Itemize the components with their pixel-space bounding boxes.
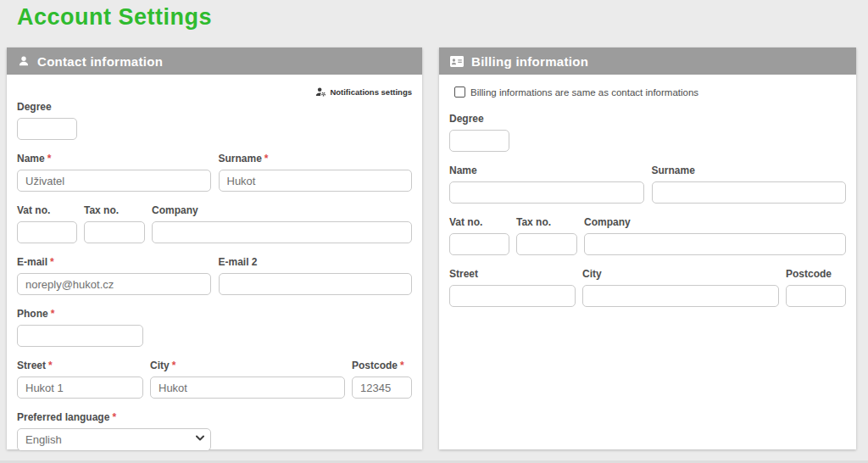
- billing-city-field: City: [582, 268, 779, 307]
- billing-vat-input[interactable]: [449, 233, 509, 255]
- required-marker: *: [400, 360, 404, 371]
- billing-city-label: City: [582, 268, 779, 280]
- contact-company-input[interactable]: [152, 221, 412, 243]
- contact-name-input[interactable]: [17, 170, 211, 192]
- contact-postcode-label-text: Postcode: [352, 360, 398, 371]
- billing-company-input[interactable]: [584, 233, 846, 255]
- contact-postcode-field: Postcode*: [352, 360, 412, 399]
- contact-email2-input[interactable]: [219, 273, 413, 295]
- contact-panel-title: Contact information: [37, 54, 163, 69]
- contact-phone-input[interactable]: [17, 325, 143, 347]
- contact-vat-field: Vat no.: [17, 204, 77, 243]
- required-marker: *: [172, 360, 176, 371]
- preferred-language-select[interactable]: English: [17, 428, 211, 451]
- id-card-icon: [450, 56, 464, 67]
- billing-panel: Billing information Billing informations…: [439, 47, 856, 449]
- contact-vat-label: Vat no.: [17, 204, 77, 216]
- billing-surname-label: Surname: [652, 165, 847, 176]
- required-marker: *: [112, 411, 116, 423]
- billing-panel-title: Billing information: [471, 54, 588, 69]
- billing-same-as-contact[interactable]: Billing informations are same as contact…: [454, 86, 846, 98]
- required-marker: *: [264, 153, 269, 165]
- billing-postcode-field: Postcode: [786, 268, 846, 307]
- contact-city-field: City*: [150, 360, 345, 399]
- billing-panel-header: Billing information: [439, 47, 856, 75]
- billing-name-label: Name: [449, 165, 644, 176]
- notifications-settings-link[interactable]: Notifications settings: [315, 86, 412, 98]
- contact-street-label-text: Street: [17, 360, 46, 371]
- billing-tax-field: Tax no.: [516, 216, 577, 255]
- contact-surname-label-text: Surname: [219, 153, 262, 165]
- panels-container: Contact information Notifications settin…: [7, 47, 856, 449]
- billing-degree-label: Degree: [449, 113, 509, 125]
- contact-tax-label: Tax no.: [84, 204, 145, 216]
- contact-street-field: Street*: [17, 360, 143, 399]
- contact-street-input[interactable]: [17, 377, 143, 399]
- contact-email2-label: E-mail 2: [219, 256, 413, 268]
- billing-degree-field: Degree: [449, 113, 509, 152]
- billing-panel-body: Billing informations are same as contact…: [439, 75, 856, 307]
- billing-city-input[interactable]: [582, 285, 779, 307]
- contact-company-label: Company: [152, 204, 412, 216]
- billing-tax-label: Tax no.: [516, 216, 577, 228]
- contact-email2-field: E-mail 2: [219, 256, 413, 295]
- contact-city-label-text: City: [150, 360, 170, 371]
- billing-degree-input[interactable]: [449, 130, 509, 152]
- contact-vat-input[interactable]: [17, 221, 77, 243]
- contact-phone-label-text: Phone: [17, 308, 48, 320]
- billing-vat-field: Vat no.: [449, 216, 509, 255]
- contact-panel-header: Contact information: [7, 47, 422, 75]
- contact-postcode-label: Postcode*: [352, 360, 412, 371]
- contact-surname-label: Surname*: [219, 153, 413, 165]
- contact-language-label-text: Preferred language: [17, 411, 109, 423]
- contact-degree-input[interactable]: [17, 118, 77, 140]
- page-title: Account Settings: [0, 0, 868, 31]
- contact-email-label: E-mail*: [17, 256, 211, 268]
- required-marker: *: [51, 308, 55, 320]
- billing-company-label: Company: [584, 216, 846, 228]
- contact-panel-body: Notifications settings Degree Name* Surn…: [7, 75, 422, 451]
- contact-degree-field: Degree: [17, 101, 77, 140]
- billing-name-input[interactable]: [449, 181, 644, 204]
- contact-email-field: E-mail*: [17, 256, 211, 295]
- billing-street-field: Street: [449, 268, 576, 307]
- contact-phone-field: Phone*: [17, 308, 143, 347]
- contact-company-field: Company: [152, 204, 412, 243]
- billing-name-field: Name: [449, 165, 644, 204]
- contact-postcode-input[interactable]: [352, 377, 412, 399]
- billing-postcode-label: Postcode: [786, 268, 846, 280]
- contact-language-label: Preferred language*: [17, 411, 211, 423]
- contact-name-label: Name*: [17, 153, 211, 165]
- billing-postcode-input[interactable]: [786, 285, 846, 307]
- contact-street-label: Street*: [17, 360, 143, 371]
- contact-panel: Contact information Notifications settin…: [7, 47, 422, 449]
- contact-email-label-text: E-mail: [17, 256, 47, 268]
- contact-surname-field: Surname*: [219, 153, 413, 192]
- billing-street-label: Street: [449, 268, 576, 280]
- contact-name-label-text: Name: [17, 153, 45, 165]
- contact-city-input[interactable]: [150, 377, 345, 399]
- contact-name-field: Name*: [17, 153, 211, 192]
- contact-phone-label: Phone*: [17, 308, 143, 320]
- contact-tax-field: Tax no.: [84, 204, 145, 243]
- contact-city-label: City*: [150, 360, 345, 371]
- billing-surname-field: Surname: [652, 165, 847, 204]
- required-marker: *: [48, 360, 53, 371]
- contact-email-input[interactable]: [17, 273, 211, 295]
- billing-surname-input[interactable]: [652, 181, 847, 204]
- contact-degree-label: Degree: [17, 101, 77, 113]
- person-icon: [18, 55, 30, 67]
- manage-accounts-icon: [315, 86, 326, 98]
- required-marker: *: [47, 153, 52, 165]
- billing-same-as-contact-checkbox[interactable]: [454, 86, 465, 98]
- required-marker: *: [50, 256, 54, 268]
- billing-vat-label: Vat no.: [449, 216, 509, 228]
- billing-street-input[interactable]: [449, 285, 576, 307]
- contact-tax-input[interactable]: [84, 221, 145, 243]
- billing-same-as-contact-label: Billing informations are same as contact…: [470, 87, 698, 98]
- contact-language-field: Preferred language* English: [17, 411, 211, 451]
- billing-tax-input[interactable]: [516, 233, 577, 255]
- notifications-settings-label: Notifications settings: [330, 87, 412, 97]
- billing-company-field: Company: [584, 216, 846, 255]
- contact-surname-input[interactable]: [219, 170, 413, 192]
